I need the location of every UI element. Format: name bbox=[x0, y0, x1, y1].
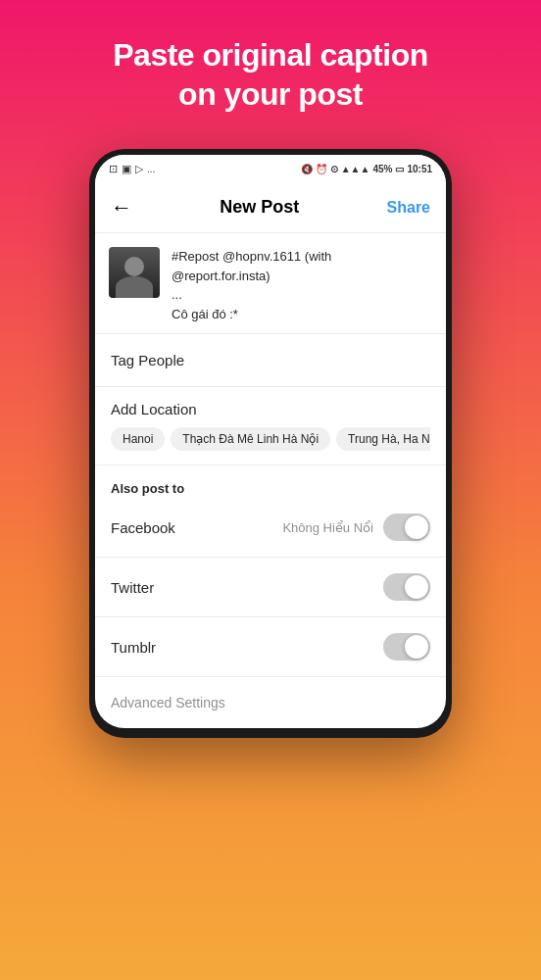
nav-bar: ← New Post Share bbox=[95, 182, 446, 233]
tumblr-toggle[interactable] bbox=[383, 633, 430, 661]
avatar-silhouette bbox=[109, 247, 160, 298]
caption-line3: ... bbox=[172, 287, 182, 302]
share-button[interactable]: Share bbox=[387, 199, 430, 217]
also-post-label: Also post to bbox=[111, 481, 430, 496]
avatar bbox=[109, 247, 160, 298]
location-tag-1[interactable]: Thạch Đà Mê Linh Hà Nội bbox=[171, 427, 330, 451]
twitter-label: Twitter bbox=[111, 579, 154, 596]
twitter-toggle-row: Twitter bbox=[95, 558, 446, 617]
battery-icon: ▭ bbox=[395, 164, 404, 174]
caption-line4: Cô gái đó :* bbox=[172, 307, 238, 321]
hero-text: Paste original caption on your post bbox=[83, 35, 458, 114]
add-location-section[interactable]: Add Location Hanoi Thạch Đà Mê Linh Hà N… bbox=[95, 387, 446, 466]
tumblr-toggle-right bbox=[373, 633, 430, 661]
facebook-toggle-row: Facebook Không Hiểu Nổi bbox=[95, 498, 446, 558]
location-tags-row: Hanoi Thạch Đà Mê Linh Hà Nội Trung Hà, … bbox=[111, 427, 430, 451]
dots-text: ... bbox=[147, 164, 155, 174]
status-left: ⊡ ▣ ▷ ... bbox=[109, 163, 155, 175]
twitter-toggle-right bbox=[373, 573, 430, 601]
post-caption[interactable]: #Repost @hopnv.1611 (with @report.for.in… bbox=[172, 247, 432, 323]
tag-people-label: Tag People bbox=[111, 352, 184, 368]
page-title: New Post bbox=[220, 197, 299, 218]
tumblr-toggle-row: Tumblr bbox=[95, 617, 446, 677]
hero-line2: on your post bbox=[178, 76, 363, 112]
advanced-settings-label: Advanced Settings bbox=[111, 695, 225, 710]
facebook-label: Facebook bbox=[111, 519, 175, 536]
add-location-label: Add Location bbox=[111, 401, 430, 417]
status-right: 🔇 ⏰ ⊙ ▲▲▲ 45% ▭ 10:51 bbox=[301, 164, 432, 174]
facebook-toggle-right: Không Hiểu Nổi bbox=[282, 514, 430, 541]
back-button[interactable]: ← bbox=[111, 195, 132, 220]
facebook-sublabel: Không Hiểu Nổi bbox=[282, 520, 373, 535]
location-icon: ⊙ bbox=[330, 164, 338, 174]
facebook-toggle[interactable] bbox=[383, 514, 430, 541]
hero-line1: Paste original caption bbox=[113, 37, 428, 73]
caption-line2: @report.for.insta) bbox=[172, 269, 270, 283]
signal-icon: ▲▲▲ bbox=[341, 164, 370, 174]
twitter-toggle[interactable] bbox=[383, 573, 430, 601]
advanced-settings[interactable]: Advanced Settings bbox=[95, 677, 446, 728]
battery-percent: 45% bbox=[372, 164, 392, 174]
alarm-icon: ⏰ bbox=[316, 164, 327, 174]
location-tag-2[interactable]: Trung Hà, Ha Noi, Viet... bbox=[336, 427, 430, 451]
post-preview: #Repost @hopnv.1611 (with @report.for.in… bbox=[95, 233, 446, 334]
mute-icon: 🔇 bbox=[301, 164, 313, 174]
time-display: 10:51 bbox=[407, 164, 432, 174]
phone-wrapper: ⊡ ▣ ▷ ... 🔇 ⏰ ⊙ ▲▲▲ 45% ▭ 10:51 ← New Po… bbox=[89, 149, 452, 738]
also-post-section: Also post to bbox=[95, 466, 446, 496]
image-icon: ▣ bbox=[122, 163, 131, 175]
media-icon: ▷ bbox=[135, 163, 143, 175]
tag-people-section[interactable]: Tag People bbox=[95, 334, 446, 387]
phone-screen: ⊡ ▣ ▷ ... 🔇 ⏰ ⊙ ▲▲▲ 45% ▭ 10:51 ← New Po… bbox=[95, 155, 446, 728]
status-bar: ⊡ ▣ ▷ ... 🔇 ⏰ ⊙ ▲▲▲ 45% ▭ 10:51 bbox=[95, 155, 446, 182]
location-tag-0[interactable]: Hanoi bbox=[111, 427, 165, 451]
tumblr-label: Tumblr bbox=[111, 639, 156, 656]
camera-icon: ⊡ bbox=[109, 163, 118, 175]
caption-line1: #Repost @hopnv.1611 (with bbox=[172, 249, 331, 264]
